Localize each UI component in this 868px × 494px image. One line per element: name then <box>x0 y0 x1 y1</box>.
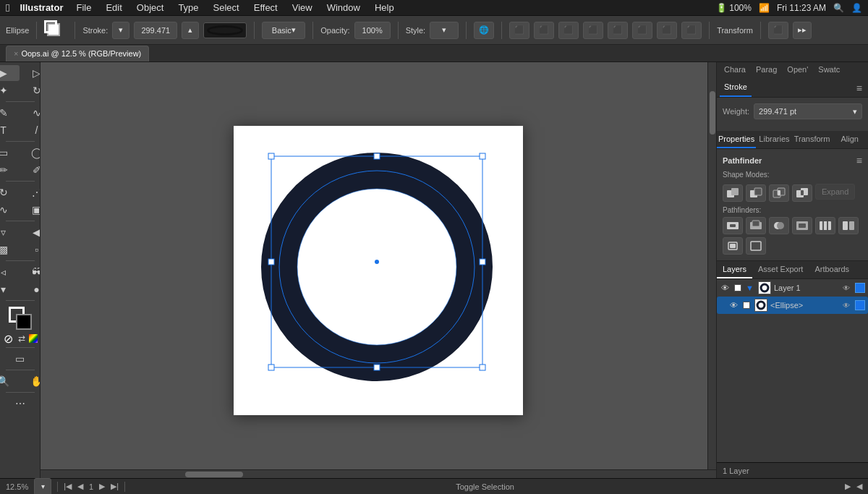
pathfinder-subtract[interactable] <box>746 217 766 234</box>
tab-properties[interactable]: Properties <box>717 131 756 148</box>
tab-open[interactable]: Open' <box>783 62 812 78</box>
menu-select[interactable]: Select <box>210 0 242 16</box>
align-middle-btn[interactable]: ⬛ <box>608 22 628 39</box>
vscroll-thumb[interactable] <box>710 91 715 135</box>
search-icon[interactable]: 🔍 <box>833 3 844 13</box>
stroke-down-btn[interactable]: ▾ <box>112 22 129 39</box>
warp-tool[interactable]: ∿ <box>0 202 20 218</box>
artboard-tool[interactable]: ▭ <box>4 351 36 367</box>
ellipse-visibility-btn[interactable]: 👁 <box>728 300 739 310</box>
layer-1-lock-btn[interactable] <box>734 284 741 291</box>
more-tools-btn[interactable]: ⋯ <box>4 396 36 412</box>
canvas-area[interactable] <box>41 62 716 478</box>
layer-1-expand-arrow[interactable]: ▼ <box>746 284 754 292</box>
lasso-tool[interactable]: ↻ <box>21 82 41 98</box>
web-icon[interactable]: 🌐 <box>474 22 494 39</box>
free-transform-tool[interactable]: ▣ <box>21 202 41 218</box>
magic-wand-tool[interactable]: ✦ <box>0 82 20 98</box>
user-icon[interactable]: 👤 <box>851 3 862 13</box>
menu-object[interactable]: Object <box>134 0 167 16</box>
tab-transform[interactable]: Transform <box>793 131 832 148</box>
pathfinder-outline[interactable] <box>746 237 766 255</box>
shape-builder-tool[interactable]: ▿ <box>0 224 20 240</box>
tab-parag[interactable]: Parag <box>752 62 781 78</box>
blend-tool[interactable]: ▾ <box>0 281 20 297</box>
pathfinder-trim[interactable] <box>815 217 835 234</box>
distribute-v-btn[interactable]: ⬛ <box>681 22 702 39</box>
pathfinder-menu-btn[interactable]: ≡ <box>856 155 862 166</box>
rect-tool[interactable]: ▭ <box>0 145 20 161</box>
shape-mode-minus-front[interactable] <box>746 184 766 202</box>
layer-1-extra-btn[interactable] <box>855 283 865 293</box>
perspective-grid-tool[interactable]: ▩ <box>0 242 20 257</box>
align-bottom-btn[interactable]: ⬛ <box>632 22 652 39</box>
shape-mode-unite[interactable] <box>723 184 743 202</box>
pathfinder-add[interactable] <box>723 217 743 234</box>
swap-colors-btn[interactable]: ⇄ <box>16 333 27 344</box>
hand-tool[interactable]: ✋ <box>21 373 41 389</box>
weight-dropdown-arrow[interactable]: ▾ <box>853 107 857 116</box>
menu-view[interactable]: View <box>289 0 315 16</box>
more-options-btn[interactable]: ▸▸ <box>793 22 812 39</box>
menu-type[interactable]: Type <box>175 0 201 16</box>
menu-file[interactable]: File <box>73 0 94 16</box>
tab-align[interactable]: Align <box>831 131 868 148</box>
live-paint-tool[interactable]: ◀ <box>21 224 41 240</box>
align-right-btn[interactable]: ⬛ <box>558 22 579 39</box>
pencil-tool[interactable]: ✐ <box>21 162 41 178</box>
prev-page-btn[interactable]: ◀ <box>77 482 83 491</box>
curvature-tool[interactable]: ∿ <box>21 105 41 121</box>
tab-asset-export[interactable]: Asset Export <box>752 261 809 278</box>
pathfinder-crop[interactable] <box>723 237 743 255</box>
fill-color-indicator[interactable] <box>16 314 32 330</box>
text-tool[interactable]: T <box>0 122 20 138</box>
ellipse-layer-row[interactable]: 👁 <Ellipse> 👁 <box>717 297 868 314</box>
distribute-h-btn[interactable]: ⬛ <box>657 22 677 39</box>
canvas-hscroll[interactable] <box>41 469 716 478</box>
style-dropdown[interactable]: ▾ <box>430 22 459 39</box>
layer-1-visibility-icon[interactable]: 👁 <box>841 282 852 294</box>
back-btn[interactable]: ◀ <box>856 482 862 491</box>
shape-mode-exclude[interactable] <box>792 184 812 202</box>
transform-extra-btn[interactable]: ⬛ <box>768 22 788 39</box>
none-color-btn[interactable]: ⊘ <box>3 333 14 344</box>
paintbrush-tool[interactable]: ✏ <box>0 162 20 178</box>
stroke-preview[interactable] <box>203 22 247 38</box>
align-left-btn[interactable]: ⬛ <box>509 22 529 39</box>
tab-layers[interactable]: Layers <box>717 261 752 278</box>
panel-menu-btn[interactable]: ≡ <box>854 80 865 97</box>
tab-chara[interactable]: Chara <box>720 62 750 78</box>
select-tool[interactable]: ▶ <box>0 65 20 81</box>
hscroll-thumb[interactable] <box>185 472 243 477</box>
scale-tool[interactable]: ⋰ <box>21 184 41 200</box>
expand-btn[interactable]: Expand <box>815 184 855 200</box>
fill-stroke-stack[interactable] <box>9 307 32 330</box>
pathfinder-exclude[interactable] <box>792 217 812 234</box>
play-btn[interactable]: ▶ <box>845 482 851 491</box>
tab-stroke[interactable]: Stroke <box>720 80 752 97</box>
ellipse-extra-btn[interactable] <box>855 300 865 310</box>
tab-artboards[interactable]: Artboards <box>809 261 855 278</box>
align-center-btn[interactable]: ⬛ <box>534 22 554 39</box>
transform-label[interactable]: Transform <box>717 26 753 35</box>
ellipse-tool[interactable]: ◯ <box>21 145 41 161</box>
brush-style-dropdown[interactable]: Basic ▾ <box>262 22 305 39</box>
stroke-value-input[interactable]: 299.471 <box>134 22 177 39</box>
mesh-tool[interactable]: ▫ <box>21 242 41 257</box>
rotate-tool[interactable]: ↻ <box>0 184 20 200</box>
direct-select-tool[interactable]: ▷ <box>21 65 41 81</box>
eyedropper-tool[interactable]: 🕶 <box>21 264 41 280</box>
align-top-btn[interactable]: ⬛ <box>583 22 603 39</box>
fill-stroke-selector[interactable] <box>44 20 67 41</box>
gradient-tool[interactable]: ◃ <box>0 264 20 280</box>
apple-menu[interactable]:  <box>6 1 9 14</box>
app-name[interactable]: Illustrator <box>20 2 63 13</box>
pathfinder-merge[interactable] <box>838 217 859 234</box>
stroke-color-box[interactable] <box>44 20 57 33</box>
line-tool[interactable]: / <box>21 122 41 138</box>
last-page-btn[interactable]: ▶| <box>111 482 119 491</box>
stroke-up-btn[interactable]: ▴ <box>182 22 199 39</box>
ellipse-visibility-icon[interactable]: 👁 <box>841 299 852 311</box>
symbol-tool[interactable]: ● <box>21 281 41 297</box>
document-tab[interactable]: × Oops.ai @ 12.5 % (RGB/Preview) <box>6 46 149 61</box>
